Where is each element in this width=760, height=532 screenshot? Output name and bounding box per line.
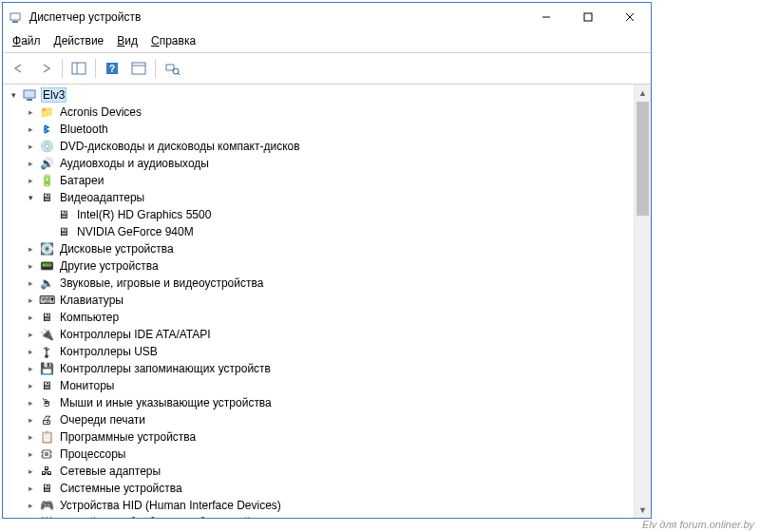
category-icon: 🔈: [39, 276, 54, 291]
device-tree[interactable]: ▾Elv3▸📁Acronis Devices▸Bluetooth▸💿DVD-ди…: [3, 85, 634, 518]
svg-rect-16: [27, 99, 32, 101]
expand-icon[interactable]: ▸: [24, 157, 37, 170]
tree-category[interactable]: ▸🎮Устройства HID (Human Interface Device…: [7, 497, 634, 514]
category-icon: 🖥: [39, 310, 54, 325]
category-icon: 🔋: [39, 173, 54, 188]
device-icon: 🖥: [56, 207, 71, 222]
svg-rect-1: [12, 21, 18, 23]
maximize-button[interactable]: [567, 3, 609, 31]
collapse-icon[interactable]: ▾: [24, 191, 37, 204]
tree-category[interactable]: ▸🖧Сетевые адаптеры: [7, 463, 634, 480]
category-icon: [39, 446, 54, 462]
tree-category[interactable]: ▸📁Acronis Devices: [7, 104, 634, 121]
close-button[interactable]: [609, 3, 651, 31]
vertical-scrollbar[interactable]: ▲ ▼: [634, 85, 651, 518]
expand-icon[interactable]: ▸: [24, 105, 37, 119]
expand-icon[interactable]: ▸: [24, 482, 37, 495]
expand-icon[interactable]: ▸: [24, 413, 37, 427]
device-label: Intel(R) HD Graphics 5500: [75, 208, 213, 221]
expand-icon[interactable]: ▸: [24, 123, 37, 136]
titlebar: Диспетчер устройств: [3, 3, 651, 31]
category-label: Мыши и иные указывающие устройства: [58, 396, 274, 409]
category-icon: 🖥: [39, 481, 54, 496]
tree-category[interactable]: ▸🖼Устройства обработки изображений: [7, 514, 634, 518]
device-icon: 🖥: [56, 224, 71, 239]
expand-icon[interactable]: ▸: [24, 447, 37, 461]
tree-category[interactable]: ▾🖥Видеоадаптеры: [7, 189, 634, 206]
tree-category[interactable]: ▸🔋Батареи: [7, 172, 634, 189]
help-button[interactable]: ?: [100, 57, 124, 80]
category-icon: 🎮: [39, 498, 54, 513]
tree-device[interactable]: 🖥Intel(R) HD Graphics 5500: [7, 206, 634, 223]
expand-icon[interactable]: ▸: [24, 396, 37, 409]
category-label: Системные устройства: [58, 482, 184, 495]
show-hide-tree-button[interactable]: [66, 57, 91, 80]
tree-category[interactable]: ▸⌨Клавиатуры: [7, 292, 634, 309]
expand-icon[interactable]: ▸: [24, 379, 37, 392]
tree-category[interactable]: ▸📋Программные устройства: [7, 428, 634, 446]
category-icon: 💿: [39, 139, 54, 154]
svg-rect-20: [45, 452, 48, 456]
tree-category[interactable]: ▸🖥Системные устройства: [7, 480, 634, 497]
expand-icon[interactable]: ▸: [24, 465, 37, 478]
svg-rect-12: [166, 65, 174, 70]
menu-action[interactable]: Действие: [48, 32, 110, 49]
scan-hardware-button[interactable]: [160, 57, 184, 80]
tree-category[interactable]: ▸💾Контроллеры запоминающих устройств: [7, 360, 634, 377]
svg-rect-3: [584, 13, 592, 21]
tree-category[interactable]: ▸Bluetooth: [7, 121, 634, 138]
expand-icon[interactable]: ▸: [24, 259, 37, 273]
tree-category[interactable]: ▸🔌Контроллеры IDE ATA/ATAPI: [7, 326, 634, 343]
expand-icon[interactable]: ▸: [24, 242, 37, 256]
scroll-up-arrow[interactable]: ▲: [635, 85, 651, 101]
menu-file[interactable]: Файл: [7, 32, 47, 49]
expand-icon[interactable]: ▸: [24, 430, 37, 444]
back-button[interactable]: [7, 57, 31, 80]
category-label: Bluetooth: [58, 123, 110, 136]
tree-category[interactable]: ▸Контроллеры USB: [7, 343, 634, 360]
expand-icon[interactable]: ▸: [24, 328, 37, 341]
category-label: Устройства HID (Human Interface Devices): [58, 499, 283, 512]
category-icon: 💽: [39, 241, 54, 256]
tree-category[interactable]: ▸🔈Звуковые, игровые и видеоустройства: [7, 275, 634, 292]
app-icon: [9, 10, 24, 25]
forward-button[interactable]: [33, 57, 58, 80]
menu-help[interactable]: Справка: [145, 32, 201, 49]
category-label: Клавиатуры: [58, 294, 125, 307]
expand-icon[interactable]: ▸: [24, 499, 37, 512]
tree-category[interactable]: ▸🖨Очереди печати: [7, 411, 634, 428]
expand-icon[interactable]: ▸: [24, 174, 37, 187]
expand-icon[interactable]: ▸: [24, 516, 37, 518]
category-icon: 🖱: [39, 395, 54, 410]
expand-icon[interactable]: ▸: [24, 345, 37, 358]
tree-device[interactable]: 🖥NVIDIA GeForce 940M: [7, 223, 634, 240]
expand-icon[interactable]: ▸: [24, 311, 37, 324]
tree-category[interactable]: ▸🖥Компьютер: [7, 309, 634, 326]
menu-view[interactable]: Вид: [111, 32, 143, 49]
scroll-thumb[interactable]: [636, 102, 649, 216]
expand-icon[interactable]: ▸: [24, 294, 37, 307]
category-icon: 🖼: [39, 515, 54, 518]
tree-category[interactable]: ▸💿DVD-дисководы и дисководы компакт-диск…: [7, 138, 634, 155]
properties-button[interactable]: [126, 57, 151, 80]
collapse-icon[interactable]: ▾: [7, 88, 20, 102]
minimize-button[interactable]: [525, 3, 567, 31]
category-label: Видеоадаптеры: [58, 191, 146, 204]
expand-icon[interactable]: ▸: [24, 276, 37, 290]
expand-icon[interactable]: ▸: [24, 362, 37, 375]
tree-category[interactable]: ▸Процессоры: [7, 446, 634, 463]
tree-category[interactable]: ▸🔊Аудиовходы и аудиовыходы: [7, 155, 634, 172]
tree-category[interactable]: ▸💽Дисковые устройства: [7, 240, 634, 257]
category-label: Другие устройства: [58, 259, 161, 273]
expand-icon[interactable]: ▸: [24, 140, 37, 153]
category-label: Мониторы: [58, 379, 116, 392]
category-icon: 🖧: [39, 464, 54, 479]
tree-category[interactable]: ▸🖥Мониторы: [7, 377, 634, 394]
tree-root[interactable]: ▾Elv3: [7, 86, 634, 104]
tree-category[interactable]: ▸📟Другие устройства: [7, 257, 634, 275]
tree-category[interactable]: ▸🖱Мыши и иные указывающие устройства: [7, 394, 634, 411]
category-label: Контроллеры запоминающих устройств: [58, 362, 273, 375]
scroll-down-arrow[interactable]: ▼: [635, 502, 651, 518]
category-label: Дисковые устройства: [58, 242, 176, 256]
category-icon: 🖥: [39, 378, 54, 393]
